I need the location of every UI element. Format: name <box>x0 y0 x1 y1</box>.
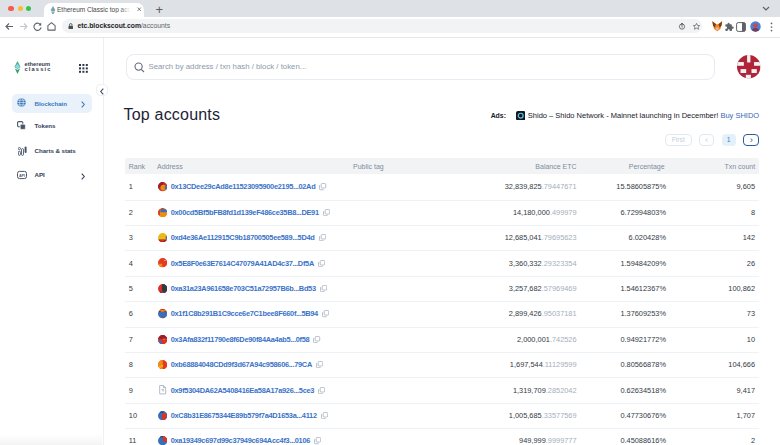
svg-text:API: API <box>19 173 25 177</box>
